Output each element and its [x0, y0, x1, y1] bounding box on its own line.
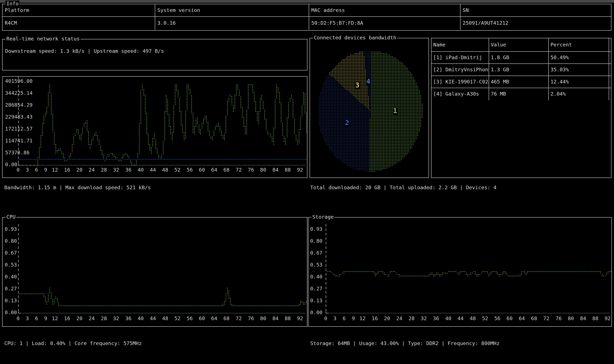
info-value-sn: 25091/A9UT41212 — [460, 17, 611, 30]
devices-table-cell: 12.44% — [548, 76, 609, 88]
network-status-box-title: Real-time network status — [6, 36, 81, 42]
devices-table-box: NameValuePercent[1] iPad-Dmitrij1.8 GB50… — [431, 38, 612, 178]
devices-table-cell: [2] DmitryVnsiPhone — [432, 64, 489, 76]
devices-table-cell: 35.03% — [548, 64, 609, 76]
network-speed-status: Downstream speed: 1.3 kB/s | Upstream sp… — [5, 48, 164, 54]
devices-table-end-separator — [609, 52, 611, 64]
info-col-sn: SN — [460, 4, 611, 16]
storage-box: Storage — [308, 217, 612, 327]
terminal-dashboard: Info Platform System version MAC address… — [0, 0, 614, 364]
devices-table-cell: [3] KIE-199017-C02… — [432, 76, 489, 88]
info-values-row: R4CM 3.0.16 50:D2:F5:B7:FD:8A 25091/A9UT… — [2, 17, 611, 30]
devices-pie-box: Connected devices bandwidth — [309, 38, 429, 178]
info-col-system-version: System version — [155, 4, 309, 16]
devices-table-cell: 50.49% — [548, 52, 609, 64]
info-value-platform: R4CM — [2, 17, 155, 30]
devices-table-cell: 76 MB — [489, 88, 548, 100]
devices-table-cell: [4] Galaxy-A30s — [432, 88, 489, 100]
info-header-row: Platform System version MAC address SN — [2, 4, 611, 17]
totals-summary: Total downloaded: 20 GB | Total uploaded… — [310, 184, 497, 191]
info-value-system-version: 3.0.16 — [155, 17, 309, 30]
devices-table-end-separator — [609, 88, 611, 100]
devices-table-cell: [1] iPad-Dmitrij — [432, 52, 489, 64]
info-value-mac-address: 50:D2:F5:B7:FD:8A — [309, 17, 460, 30]
devices-table-end-separator — [609, 64, 611, 76]
devices-table-cell: 1.3 GB — [489, 64, 548, 76]
cpu-chart-canvas — [2, 218, 307, 326]
terminal-top-edge — [0, 0, 614, 3]
network-status-box: Real-time network status Downstream spee… — [2, 39, 307, 70]
cpu-box: CPU — [2, 217, 307, 327]
devices-table-header-row: NameValuePercent — [432, 38, 611, 52]
devices-table-end-separator — [609, 76, 611, 88]
devices-table: NameValuePercent[1] iPad-Dmitrij1.8 GB50… — [432, 38, 611, 100]
network-chart-canvas — [2, 77, 307, 178]
devices-table-header-cell: Name — [432, 38, 489, 51]
devices-pie-canvas — [310, 38, 429, 178]
devices-table-header-cell: Percent — [548, 38, 609, 51]
info-col-mac-address: MAC address — [309, 4, 460, 16]
devices-table-cell: 2.04% — [548, 88, 609, 100]
network-chart-box — [2, 76, 307, 178]
devices-table-row: [2] DmitryVnsiPhone1.3 GB35.03% — [432, 64, 611, 76]
info-box-title: Info — [6, 1, 19, 7]
bandwidth-summary: Bandwidth: 1.15 m | Max download speed: … — [4, 184, 151, 191]
devices-table-row: [1] iPad-Dmitrij1.8 GB50.49% — [432, 52, 611, 64]
devices-table-cell: 465 MB — [489, 76, 548, 88]
cpu-summary: CPU: 1 | Load: 0.40% | Core frequency: 5… — [4, 340, 142, 347]
storage-chart-canvas — [308, 218, 612, 326]
info-col-platform: Platform — [2, 4, 155, 16]
devices-table-end-separator — [609, 38, 611, 51]
storage-summary: Storage: 64MB | Usage: 43.00% | Type: DD… — [310, 340, 500, 347]
devices-table-row: [4] Galaxy-A30s76 MB2.04% — [432, 88, 611, 100]
devices-table-header-cell: Value — [489, 38, 548, 51]
info-box: Info Platform System version MAC address… — [2, 4, 612, 31]
devices-table-cell: 1.8 GB — [489, 52, 548, 64]
devices-table-row: [3] KIE-199017-C02…465 MB12.44% — [432, 76, 611, 88]
